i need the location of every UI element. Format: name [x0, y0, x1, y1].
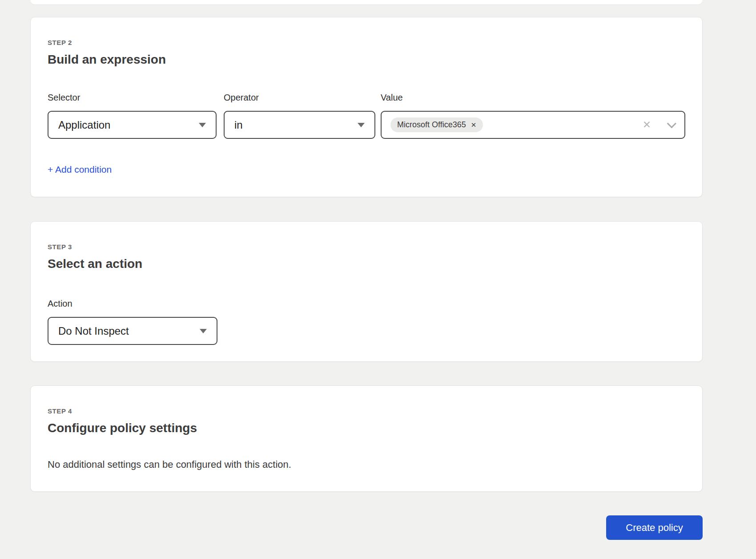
action-dropdown[interactable]: Do Not Inspect [48, 317, 217, 345]
action-field: Action Do Not Inspect [48, 298, 685, 345]
value-label: Value [381, 92, 685, 103]
footer-actions: Create policy [30, 515, 703, 540]
step2-eyebrow: STEP 2 [48, 39, 685, 47]
value-tag: Microsoft Office365 ✕ [390, 117, 483, 132]
selector-label: Selector [48, 92, 217, 103]
action-value: Do Not Inspect [58, 325, 129, 337]
operator-value: in [234, 119, 243, 131]
step4-card: STEP 4 Configure policy settings No addi… [30, 385, 703, 492]
add-condition-link[interactable]: + Add condition [48, 164, 112, 175]
page-content: STEP 2 Build an expression Selector Appl… [30, 0, 703, 540]
value-tag-label: Microsoft Office365 [397, 120, 466, 130]
remove-tag-icon[interactable]: ✕ [471, 122, 477, 128]
selector-value: Application [58, 119, 110, 131]
selector-field: Selector Application [48, 92, 217, 139]
chevron-down-icon [358, 123, 365, 127]
step4-eyebrow: STEP 4 [48, 407, 685, 415]
action-label: Action [48, 298, 685, 309]
step4-description: No additional settings can be configured… [48, 459, 685, 470]
step2-title: Build an expression [48, 52, 685, 67]
step3-eyebrow: STEP 3 [48, 243, 685, 251]
operator-field: Operator in [224, 92, 375, 139]
step4-title: Configure policy settings [48, 421, 685, 436]
expression-builder-row: Selector Application Operator in Value M… [48, 92, 685, 139]
create-policy-button[interactable]: Create policy [606, 515, 703, 540]
value-field: Value Microsoft Office365 ✕ ✕ [381, 92, 685, 139]
chevron-down-icon [199, 123, 206, 127]
multiselect-controls: ✕ [643, 120, 674, 130]
chevron-down-icon[interactable] [667, 119, 676, 128]
step3-title: Select an action [48, 256, 685, 271]
step2-card: STEP 2 Build an expression Selector Appl… [30, 17, 703, 197]
operator-label: Operator [224, 92, 375, 103]
selector-dropdown[interactable]: Application [48, 111, 217, 139]
chevron-down-icon [200, 329, 207, 333]
step3-card: STEP 3 Select an action Action Do Not In… [30, 221, 703, 362]
operator-dropdown[interactable]: in [224, 111, 375, 139]
clear-selection-icon[interactable]: ✕ [643, 120, 651, 130]
value-multiselect[interactable]: Microsoft Office365 ✕ ✕ [381, 111, 685, 139]
previous-card-bottom-edge [30, 0, 703, 4]
